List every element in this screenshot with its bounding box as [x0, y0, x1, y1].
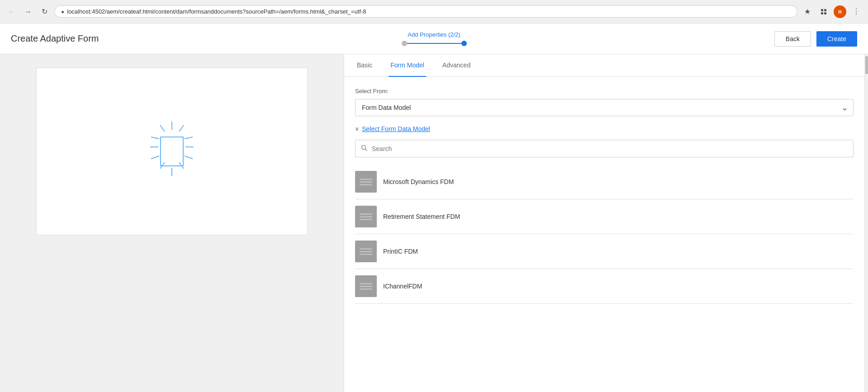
fdm-icon-line: [360, 219, 372, 220]
search-icon: [356, 140, 372, 157]
wizard-progress: Add Properties (2/2): [402, 31, 467, 46]
svg-rect-2: [821, 12, 823, 14]
search-box: [355, 140, 854, 157]
browser-chrome: ← → ↻ ● localhost:4502/aem/createaf.html…: [0, 0, 868, 24]
select-from-label: Select From:: [355, 88, 854, 94]
fdm-icon-line: [360, 184, 372, 185]
chevron-icon: ∨: [355, 126, 359, 132]
fdm-icon: [355, 241, 377, 262]
wizard-line: [407, 43, 461, 44]
extensions-button[interactable]: [817, 5, 830, 18]
fdm-item-name: Microsoft Dynamics FDM: [383, 178, 454, 185]
list-item[interactable]: IChannelFDM: [355, 269, 854, 304]
tab-advanced[interactable]: Advanced: [441, 54, 472, 77]
app-header: Create Adaptive Form Add Properties (2/2…: [0, 24, 868, 54]
svg-line-13: [151, 156, 159, 159]
svg-line-6: [179, 125, 184, 132]
svg-line-7: [185, 137, 193, 139]
user-avatar[interactable]: n: [834, 5, 846, 18]
section-header[interactable]: ∨ Select Form Data Model: [355, 125, 854, 132]
fdm-icon-line: [360, 213, 372, 215]
wizard-dots: [402, 41, 467, 46]
fdm-icon: [355, 275, 377, 297]
svg-rect-0: [821, 9, 823, 11]
fdm-icon-line: [360, 216, 372, 217]
url-text: localhost:4502/aem/createaf.html/content…: [67, 8, 791, 15]
fdm-icon-line: [360, 251, 372, 252]
fdm-icon-line: [360, 283, 372, 284]
fdm-icon-inner: [360, 179, 372, 185]
fdm-icon-line: [360, 288, 372, 290]
lock-icon: ●: [61, 9, 64, 15]
illustration-svg: [127, 106, 217, 197]
fdm-icon-inner: [360, 248, 372, 255]
main-content: Basic Form Model Advanced Select From: F…: [0, 54, 868, 392]
svg-rect-1: [824, 9, 826, 11]
section-title[interactable]: Select Form Data Model: [362, 125, 430, 132]
fdm-icon-line: [360, 254, 372, 255]
select-wrapper: Form Data Model ⌄: [355, 99, 854, 116]
tab-form-model[interactable]: Form Model: [389, 54, 426, 77]
wizard-label: Add Properties (2/2): [408, 31, 460, 38]
preview-illustration: [127, 106, 217, 197]
list-item[interactable]: Retirement Statement FDM: [355, 199, 854, 234]
svg-rect-3: [824, 12, 826, 14]
list-item[interactable]: PrintIC FDM: [355, 234, 854, 269]
address-bar[interactable]: ● localhost:4502/aem/createaf.html/conte…: [54, 5, 797, 18]
svg-line-15: [151, 137, 159, 139]
page-title: Create Adaptive Form: [11, 33, 99, 44]
scrollbar-track[interactable]: [864, 54, 868, 392]
fdm-list: Microsoft Dynamics FDM Retirement Statem…: [355, 165, 854, 304]
bookmark-button[interactable]: ★: [801, 5, 814, 18]
back-button[interactable]: Back: [774, 31, 811, 47]
fdm-icon-line: [360, 179, 372, 180]
fdm-icon-inner: [360, 213, 372, 220]
fdm-item-name: Retirement Statement FDM: [383, 213, 460, 220]
wizard-dot-1: [402, 41, 407, 46]
fdm-icon-inner: [360, 283, 372, 290]
create-button[interactable]: Create: [816, 31, 857, 47]
forward-nav-button[interactable]: →: [22, 5, 34, 18]
scrollbar-thumb[interactable]: [865, 56, 868, 74]
svg-line-16: [160, 125, 165, 132]
menu-button[interactable]: ⋮: [850, 5, 863, 18]
browser-actions: ★ n ⋮: [801, 5, 863, 18]
form-model-select[interactable]: Form Data Model: [355, 99, 854, 116]
right-panel: Basic Form Model Advanced Select From: F…: [344, 54, 864, 392]
fdm-item-name: PrintIC FDM: [383, 248, 418, 255]
fdm-icon-line: [360, 181, 372, 183]
fdm-item-name: IChannelFDM: [383, 283, 422, 290]
fdm-icon: [355, 206, 377, 227]
svg-line-9: [185, 156, 193, 159]
svg-rect-4: [161, 137, 183, 166]
fdm-icon-line: [360, 286, 372, 287]
search-input[interactable]: [372, 141, 853, 157]
header-actions: Back Create: [774, 31, 857, 47]
fdm-icon-line: [360, 248, 372, 250]
tabs-container: Basic Form Model Advanced: [344, 54, 864, 77]
back-nav-button[interactable]: ←: [5, 5, 18, 18]
list-item[interactable]: Microsoft Dynamics FDM: [355, 165, 854, 199]
fdm-icon: [355, 171, 377, 193]
svg-line-18: [365, 149, 367, 151]
preview-panel: [0, 54, 344, 392]
wizard-dot-2: [461, 41, 467, 46]
preview-container: [36, 68, 308, 235]
panel-content: Select From: Form Data Model ⌄ ∨ Select …: [344, 77, 864, 392]
tab-basic[interactable]: Basic: [355, 54, 374, 77]
reload-button[interactable]: ↻: [38, 5, 51, 18]
